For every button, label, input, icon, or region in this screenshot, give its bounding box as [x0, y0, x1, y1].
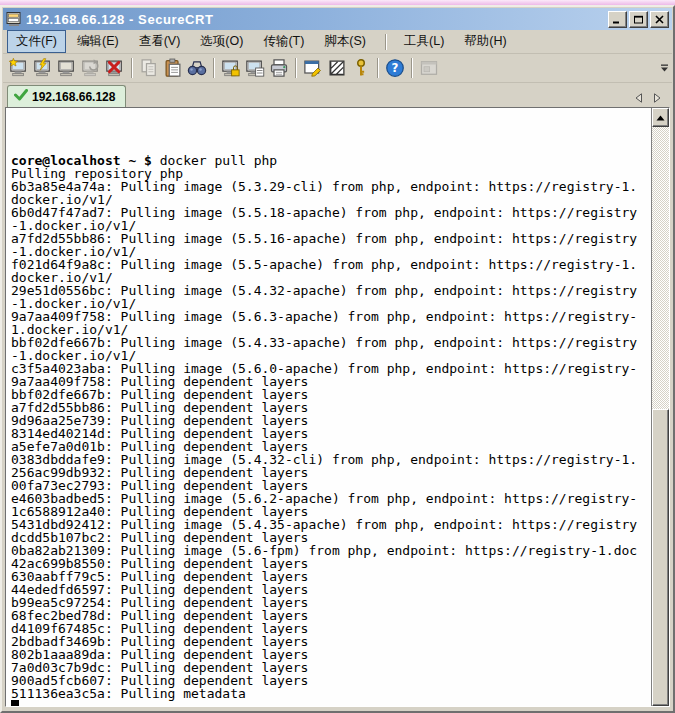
- minimize-button[interactable]: [608, 11, 627, 28]
- key-agent-icon[interactable]: [350, 57, 372, 79]
- scrollbar: [651, 108, 669, 706]
- connected-check-icon: [14, 89, 28, 104]
- terminal-text[interactable]: core@localhost ~ $ docker pull phpPullin…: [6, 108, 651, 706]
- connect-dialog-icon[interactable]: [56, 57, 78, 79]
- toolbar-overflow-icon[interactable]: [658, 62, 670, 74]
- menu-item-transfer[interactable]: 传输(T): [254, 30, 313, 53]
- securecrt-window: 192.168.66.128 - SecureCRT 文件(F)编辑(E)查看(…: [0, 5, 675, 713]
- global-options-icon[interactable]: [326, 57, 348, 79]
- log-session-icon[interactable]: [220, 57, 242, 79]
- toolbar-separator: [377, 58, 379, 78]
- toolbar: ?: [3, 54, 672, 83]
- scrollbar-thumb[interactable]: [652, 409, 669, 706]
- scrollbar-track[interactable]: [652, 127, 669, 706]
- new-session-icon[interactable]: [8, 57, 30, 79]
- session-tab[interactable]: 192.168.66.128: [7, 85, 126, 107]
- session-tab-label: 192.168.66.128: [32, 90, 115, 104]
- print-icon[interactable]: [268, 57, 290, 79]
- menu-item-help[interactable]: 帮助(H): [455, 30, 515, 53]
- terminal-line: 511136ea3c5a: Pulling metadata: [11, 687, 651, 700]
- scroll-up-icon[interactable]: [652, 108, 669, 127]
- app-icon: [6, 11, 22, 27]
- window-title: 192.168.66.128 - SecureCRT: [26, 12, 606, 27]
- menu-item-edit[interactable]: 编辑(E): [68, 30, 128, 53]
- menu-separator: [385, 34, 387, 50]
- title-bar[interactable]: 192.168.66.128 - SecureCRT: [3, 8, 672, 30]
- paste-icon[interactable]: [162, 57, 184, 79]
- copy-icon: [138, 57, 160, 79]
- reconnect-icon: [80, 57, 102, 79]
- terminal-area: core@localhost ~ $ docker pull phpPullin…: [5, 107, 670, 707]
- toolbar-separator: [131, 58, 133, 78]
- toolbar-separator: [295, 58, 297, 78]
- menu-bar: 文件(F)编辑(E)查看(V)选项(O)传输(T)脚本(S)工具(L)帮助(H): [3, 30, 672, 54]
- find-icon[interactable]: [186, 57, 208, 79]
- screen: 192.168.66.128 - SecureCRT 文件(F)编辑(E)查看(…: [0, 0, 675, 713]
- menu-item-options[interactable]: 选项(O): [191, 30, 252, 53]
- help-icon[interactable]: ?: [384, 57, 406, 79]
- raw-log-icon[interactable]: [244, 57, 266, 79]
- terminal-cursor: [11, 700, 19, 706]
- tab-scroll-left-icon[interactable]: [634, 89, 643, 99]
- svg-text:?: ?: [392, 61, 399, 75]
- menu-item-view[interactable]: 查看(V): [130, 30, 190, 53]
- menu-item-script[interactable]: 脚本(S): [315, 30, 375, 53]
- disconnect-icon[interactable]: [104, 57, 126, 79]
- session-options-icon[interactable]: [302, 57, 324, 79]
- toolbar-separator: [213, 58, 215, 78]
- close-button[interactable]: [650, 11, 669, 28]
- tab-bar: 192.168.66.128: [3, 83, 672, 107]
- tab-scroll-right-icon[interactable]: [653, 89, 662, 99]
- about-icon: [418, 57, 440, 79]
- quick-connect-icon[interactable]: [32, 57, 54, 79]
- toolbar-separator: [411, 58, 413, 78]
- menu-item-file[interactable]: 文件(F): [7, 30, 66, 53]
- menu-item-tools[interactable]: 工具(L): [395, 30, 453, 53]
- maximize-button[interactable]: [629, 11, 648, 28]
